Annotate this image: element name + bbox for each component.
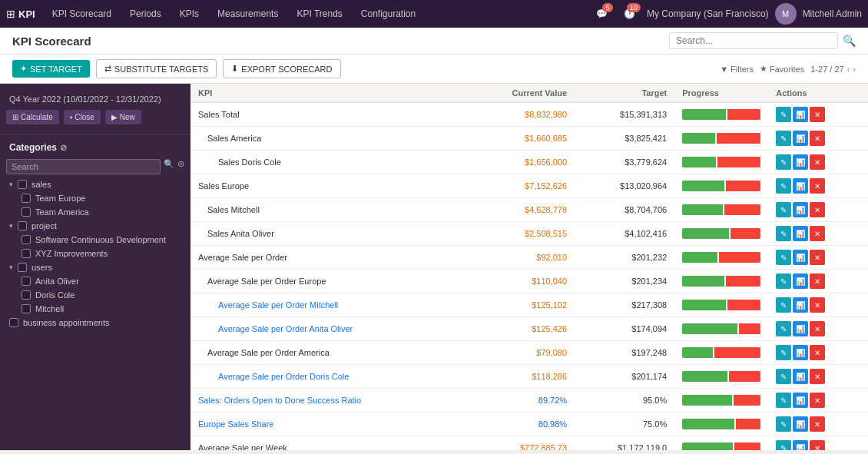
- nav-kpi-trends[interactable]: KPI Trends: [289, 4, 350, 24]
- edit-icon[interactable]: ✎: [776, 226, 791, 241]
- table-row: Average Sale per Order America$79,080$19…: [190, 341, 868, 365]
- kpi-current-value: $8,832,980: [466, 103, 575, 127]
- favorites-button[interactable]: ★ Favorites: [760, 64, 804, 74]
- sidebar-item-team-america[interactable]: Team America: [0, 205, 190, 219]
- project-checkbox[interactable]: [18, 221, 27, 230]
- category-search-input[interactable]: [6, 159, 161, 174]
- delete-icon[interactable]: ✕: [810, 369, 825, 384]
- search-input[interactable]: [669, 32, 838, 49]
- set-target-button[interactable]: ✦ SET TARGET: [12, 60, 90, 78]
- users-checkbox[interactable]: [18, 263, 27, 272]
- chart-icon[interactable]: 📊: [793, 345, 808, 360]
- delete-icon[interactable]: ✕: [810, 107, 825, 122]
- kpi-progress-bar: [674, 198, 768, 222]
- kpi-name[interactable]: Average Sale per Order Doris Cole: [190, 365, 466, 389]
- sidebar-item-sales[interactable]: ▾ sales: [0, 177, 190, 191]
- close-button[interactable]: ▪ Close: [64, 110, 101, 124]
- export-scorecard-button[interactable]: ⬇ EXPORT SCORECARD: [223, 59, 340, 78]
- clock-notification[interactable]: 🕐 10: [619, 3, 641, 25]
- edit-icon[interactable]: ✎: [776, 345, 791, 360]
- company-name: My Company (San Francisco): [647, 8, 769, 19]
- sidebar-item-software-continuous[interactable]: Software Continuous Development: [0, 233, 190, 247]
- kpi-name[interactable]: Europe Sales Share: [190, 413, 466, 436]
- edit-icon[interactable]: ✎: [776, 440, 791, 450]
- edit-icon[interactable]: ✎: [776, 321, 791, 336]
- chart-icon[interactable]: 📊: [793, 202, 808, 217]
- kpi-name[interactable]: Sales: Orders Open to Done Success Ratio: [190, 389, 466, 413]
- kpi-name: Sales Doris Cole: [190, 151, 466, 174]
- mitchell-checkbox[interactable]: [22, 304, 31, 313]
- delete-icon[interactable]: ✕: [810, 321, 825, 336]
- edit-icon[interactable]: ✎: [776, 297, 791, 313]
- sidebar-item-mitchell[interactable]: Mitchell: [0, 302, 190, 316]
- delete-icon[interactable]: ✕: [810, 297, 825, 313]
- team-america-checkbox[interactable]: [22, 207, 31, 217]
- nav-measurements[interactable]: Measurements: [210, 4, 286, 24]
- delete-icon[interactable]: ✕: [810, 131, 825, 146]
- substitute-targets-button[interactable]: ⇄ SUBSTITUTE TARGETS: [96, 59, 217, 78]
- chart-icon[interactable]: 📊: [793, 416, 808, 432]
- edit-icon[interactable]: ✎: [776, 250, 791, 265]
- chart-icon[interactable]: 📊: [793, 369, 808, 384]
- doris-checkbox[interactable]: [22, 290, 31, 300]
- nav-periods[interactable]: Periods: [122, 4, 169, 24]
- anita-checkbox[interactable]: [22, 277, 31, 286]
- chart-icon[interactable]: 📊: [793, 250, 808, 265]
- edit-icon[interactable]: ✎: [776, 107, 791, 122]
- chart-icon[interactable]: 📊: [793, 321, 808, 336]
- edit-icon[interactable]: ✎: [776, 178, 791, 194]
- sales-checkbox[interactable]: [18, 180, 27, 189]
- sidebar-item-anita-oliver[interactable]: Anita Oliver: [0, 274, 190, 288]
- new-button[interactable]: ▶ New: [105, 110, 141, 124]
- sidebar-item-xyz[interactable]: XYZ Improvements: [0, 247, 190, 260]
- sidebar-item-project[interactable]: ▾ project: [0, 219, 190, 233]
- chart-icon[interactable]: 📊: [793, 154, 808, 170]
- kpi-name[interactable]: Average Sale per Order Anita Oliver: [190, 317, 466, 341]
- calculate-button[interactable]: ⊞ Calculate: [6, 110, 59, 124]
- kpi-name[interactable]: Average Sale per Order Mitchell: [190, 293, 466, 317]
- chart-icon[interactable]: 📊: [793, 131, 808, 146]
- edit-icon[interactable]: ✎: [776, 369, 791, 384]
- chart-icon[interactable]: 📊: [793, 297, 808, 313]
- prev-page-button[interactable]: ‹: [847, 65, 850, 74]
- delete-icon[interactable]: ✕: [810, 440, 825, 450]
- edit-icon[interactable]: ✎: [776, 131, 791, 146]
- chart-icon[interactable]: 📊: [793, 178, 808, 194]
- software-checkbox[interactable]: [22, 235, 31, 244]
- delete-icon[interactable]: ✕: [810, 250, 825, 265]
- edit-icon[interactable]: ✎: [776, 393, 791, 408]
- nav-kpi-scorecard[interactable]: KPI Scorecard: [45, 4, 119, 24]
- delete-icon[interactable]: ✕: [810, 416, 825, 432]
- edit-icon[interactable]: ✎: [776, 416, 791, 432]
- edit-icon[interactable]: ✎: [776, 154, 791, 170]
- sidebar-item-team-europe[interactable]: Team Europe: [0, 191, 190, 205]
- next-page-button[interactable]: ›: [853, 65, 856, 74]
- delete-icon[interactable]: ✕: [810, 154, 825, 170]
- sidebar-item-business-appointments[interactable]: business appointments: [0, 316, 190, 330]
- chart-icon[interactable]: 📊: [793, 393, 808, 408]
- chart-icon[interactable]: 📊: [793, 107, 808, 122]
- filters-button[interactable]: ▼ Filters: [720, 65, 754, 74]
- delete-icon[interactable]: ✕: [810, 345, 825, 360]
- chat-notification[interactable]: 💬 5: [591, 3, 613, 25]
- sidebar-item-users[interactable]: ▾ users: [0, 260, 190, 274]
- sidebar-item-doris-cole[interactable]: Doris Cole: [0, 288, 190, 302]
- user-avatar[interactable]: M: [775, 3, 797, 25]
- chart-icon[interactable]: 📊: [793, 273, 808, 289]
- xyz-checkbox[interactable]: [22, 249, 31, 258]
- nav-kpis[interactable]: KPIs: [172, 4, 207, 24]
- delete-icon[interactable]: ✕: [810, 178, 825, 194]
- clock-count: 10: [627, 3, 641, 12]
- edit-icon[interactable]: ✎: [776, 202, 791, 217]
- nav-configuration[interactable]: Configuration: [353, 4, 423, 24]
- chart-icon[interactable]: 📊: [793, 226, 808, 241]
- delete-icon[interactable]: ✕: [810, 202, 825, 217]
- edit-icon[interactable]: ✎: [776, 273, 791, 289]
- brand[interactable]: ⊞ KPI: [6, 8, 35, 20]
- team-europe-checkbox[interactable]: [22, 194, 31, 203]
- business-checkbox[interactable]: [9, 318, 18, 327]
- delete-icon[interactable]: ✕: [810, 226, 825, 241]
- delete-icon[interactable]: ✕: [810, 273, 825, 289]
- chart-icon[interactable]: 📊: [793, 440, 808, 450]
- delete-icon[interactable]: ✕: [810, 393, 825, 408]
